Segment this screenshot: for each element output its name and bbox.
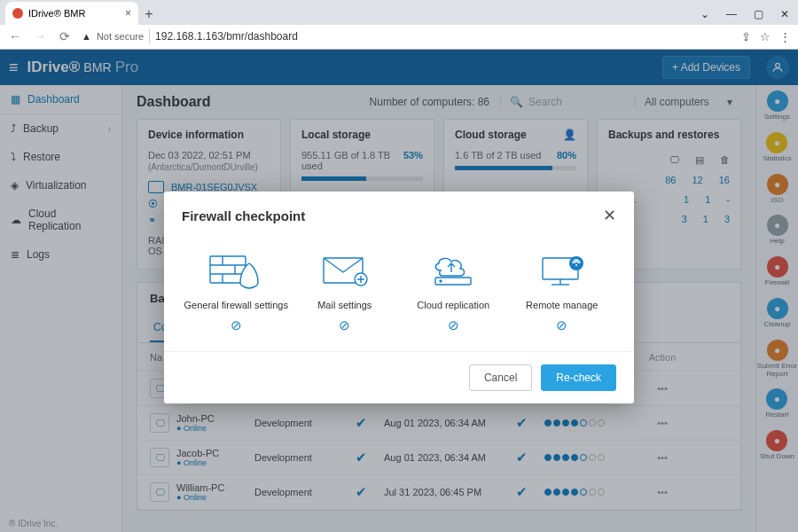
svg-point-14 <box>569 256 583 270</box>
tab-close-icon[interactable]: × <box>125 7 131 20</box>
back-icon[interactable]: ← <box>7 29 23 43</box>
firewall-item-remote: Remote manage ⊘ <box>509 248 615 333</box>
url-text: 192.168.1.163/bmr/dashboard <box>155 30 298 43</box>
minimize-icon[interactable]: — <box>718 4 745 25</box>
check-icon: ⊘ <box>400 317 506 333</box>
kebab-menu-icon[interactable]: ⋮ <box>779 30 791 43</box>
share-icon[interactable]: ⇪ <box>741 30 751 43</box>
recheck-button[interactable]: Re-check <box>541 364 616 391</box>
firewall-item-cloud: Cloud replication ⊘ <box>400 248 506 333</box>
tab-title: IDrive® BMR <box>28 8 85 19</box>
modal-title: Firewall checkpoint <box>182 208 305 223</box>
browser-chrome: IDrive® BMR × + ⌄ — ▢ ✕ ← → ⟳ ▲ Not secu… <box>0 0 798 50</box>
firewall-item-mail: Mail settings ⊘ <box>292 248 398 333</box>
cancel-button[interactable]: Cancel <box>469 364 532 391</box>
new-tab-button[interactable]: + <box>138 4 160 25</box>
warning-icon: ▲ <box>82 31 91 42</box>
forward-icon[interactable]: → <box>32 29 48 43</box>
maximize-icon[interactable]: ▢ <box>745 4 771 25</box>
security-label: Not secure <box>97 31 144 42</box>
reload-icon[interactable]: ⟳ <box>57 29 73 43</box>
svg-point-10 <box>440 280 442 282</box>
firewall-item-general: General firewall settings ⊘ <box>183 248 289 333</box>
star-icon[interactable]: ☆ <box>760 30 771 43</box>
address-bar[interactable]: ▲ Not secure 192.168.1.163/bmr/dashboard <box>82 29 732 43</box>
firewall-checkpoint-modal: Firewall checkpoint ✕ General firewall s… <box>164 192 634 403</box>
check-icon: ⊘ <box>509 317 615 333</box>
chevron-down-icon[interactable]: ⌄ <box>692 4 718 25</box>
browser-tab[interactable]: IDrive® BMR × <box>5 2 138 25</box>
close-window-icon[interactable]: ✕ <box>771 4 798 25</box>
mail-icon <box>292 248 398 293</box>
svg-point-15 <box>575 264 577 266</box>
check-icon: ⊘ <box>183 317 289 333</box>
cloud-upload-icon <box>400 248 506 293</box>
firewall-wall-icon <box>183 248 289 293</box>
check-icon: ⊘ <box>292 317 398 333</box>
remote-monitor-icon <box>509 248 615 293</box>
modal-overlay: Firewall checkpoint ✕ General firewall s… <box>0 50 798 532</box>
favicon-icon <box>12 8 23 19</box>
close-icon[interactable]: ✕ <box>603 206 616 225</box>
